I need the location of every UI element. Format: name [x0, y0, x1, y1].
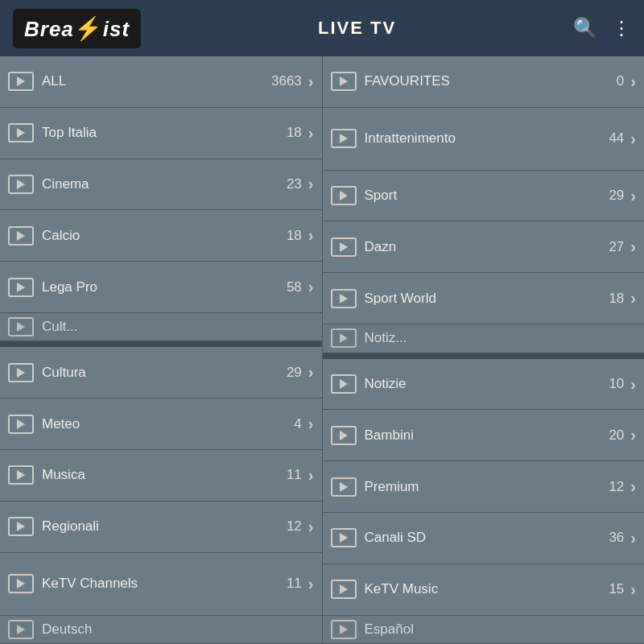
list-item[interactable]: Bambini20› [323, 410, 645, 461]
item-arrow: › [630, 375, 636, 394]
item-count: 18 [600, 291, 624, 307]
play-icon [331, 477, 357, 497]
list-item[interactable]: Dazn27› [323, 221, 645, 273]
play-icon [8, 574, 34, 593]
item-count: 36 [600, 530, 624, 546]
list-item[interactable]: Deutsch [0, 616, 322, 644]
list-item[interactable]: Español [323, 616, 645, 644]
item-arrow: › [630, 72, 636, 91]
list-item[interactable]: KeTV Channels11› [0, 553, 322, 616]
item-count: 11 [278, 467, 302, 483]
play-icon [8, 123, 34, 142]
play-icon [8, 517, 34, 536]
item-name: Español [365, 621, 637, 638]
item-count: 3663 [271, 73, 302, 89]
item-arrow: › [308, 175, 314, 193]
app-header: Brea⚡ist LIVE TV 🔍 ⋮ [0, 0, 644, 56]
item-name: Cult... [42, 319, 314, 335]
item-name: Sport World [365, 291, 601, 307]
more-icon[interactable]: ⋮ [612, 17, 631, 39]
play-icon [8, 415, 34, 434]
list-item[interactable]: Cult... [0, 313, 322, 341]
play-icon [8, 175, 34, 194]
list-item[interactable]: Cultura29› [0, 347, 322, 398]
play-icon [331, 129, 357, 148]
play-icon [8, 363, 34, 382]
item-count: 58 [278, 279, 302, 295]
list-item[interactable]: Cinema23› [0, 159, 322, 211]
item-arrow: › [630, 187, 636, 205]
item-count: 12 [278, 518, 302, 535]
item-arrow: › [308, 363, 314, 382]
item-count: 18 [278, 228, 302, 244]
list-item[interactable]: Notizie10› [323, 359, 645, 411]
list-item[interactable]: Lega Pro58› [0, 262, 322, 313]
item-name: Lega Pro [42, 279, 278, 295]
item-name: Notizie [365, 376, 601, 392]
list-item[interactable]: Sport World18› [323, 273, 645, 324]
play-icon [8, 317, 34, 336]
item-arrow: › [630, 289, 636, 308]
list-item[interactable]: Intrattenimento44› [323, 108, 645, 171]
play-icon [331, 528, 357, 547]
list-item[interactable]: Sport29› [323, 171, 645, 222]
logo-pre: Brea [24, 17, 74, 41]
item-arrow: › [630, 237, 636, 256]
play-icon [8, 226, 34, 246]
list-item[interactable]: KeTV Music15› [323, 564, 645, 616]
list-item[interactable]: Musica11› [0, 450, 322, 502]
item-count: 11 [278, 576, 302, 592]
item-name: Bambini [365, 427, 601, 444]
item-name: Calcio [42, 228, 278, 244]
item-name: Deutsch [42, 621, 314, 638]
item-name: Sport [365, 188, 601, 204]
item-count: 27 [600, 239, 624, 255]
search-icon[interactable]: 🔍 [573, 17, 597, 39]
item-name: Top Italia [42, 125, 278, 141]
item-name: Cultura [42, 365, 278, 381]
right-column: FAVOURITES0›Intrattenimento44›Sport29›Da… [323, 56, 645, 644]
item-name: FAVOURITES [365, 73, 601, 89]
item-arrow: › [308, 72, 314, 91]
play-icon [331, 186, 357, 205]
item-count: 15 [600, 581, 624, 597]
item-arrow: › [630, 477, 636, 496]
list-item[interactable]: Notiz... [323, 324, 645, 353]
play-icon [8, 465, 34, 485]
item-arrow: › [630, 529, 636, 547]
item-name: Notiz... [365, 330, 637, 346]
play-icon [8, 72, 34, 91]
list-item[interactable]: FAVOURITES0› [323, 56, 645, 108]
item-count: 29 [600, 188, 624, 204]
left-column: ALL3663›Top Italia18›Cinema23›Calcio18›L… [0, 56, 323, 644]
item-name: Meteo [42, 416, 278, 432]
item-name: Dazn [365, 239, 601, 255]
item-name: ALL [42, 73, 271, 89]
item-count: 12 [600, 479, 624, 495]
play-icon [331, 426, 357, 445]
list-item[interactable]: ALL3663› [0, 56, 322, 108]
item-name: Canali SD [365, 530, 601, 546]
list-item[interactable]: Canali SD36› [323, 513, 645, 564]
logo: Brea⚡ist [13, 9, 141, 48]
item-name: KeTV Channels [42, 576, 278, 592]
list-item[interactable]: Premium12› [323, 461, 645, 513]
item-count: 44 [600, 130, 624, 147]
list-item[interactable]: Top Italia18› [0, 108, 322, 159]
list-item[interactable]: Regionali12› [0, 502, 322, 553]
logo-post: ist [103, 17, 130, 41]
logo-bolt: ⚡ [74, 16, 103, 41]
item-arrow: › [308, 518, 314, 536]
list-item[interactable]: Meteo4› [0, 398, 322, 450]
item-name: Intrattenimento [365, 130, 601, 147]
item-arrow: › [308, 415, 314, 433]
item-name: Cinema [42, 176, 278, 192]
list-item[interactable]: Calcio18› [0, 210, 322, 262]
play-icon [331, 620, 357, 639]
item-arrow: › [308, 575, 314, 593]
item-arrow: › [308, 226, 314, 245]
play-icon [8, 278, 34, 297]
item-count: 23 [278, 176, 302, 192]
play-icon [331, 580, 357, 599]
item-arrow: › [630, 580, 636, 599]
